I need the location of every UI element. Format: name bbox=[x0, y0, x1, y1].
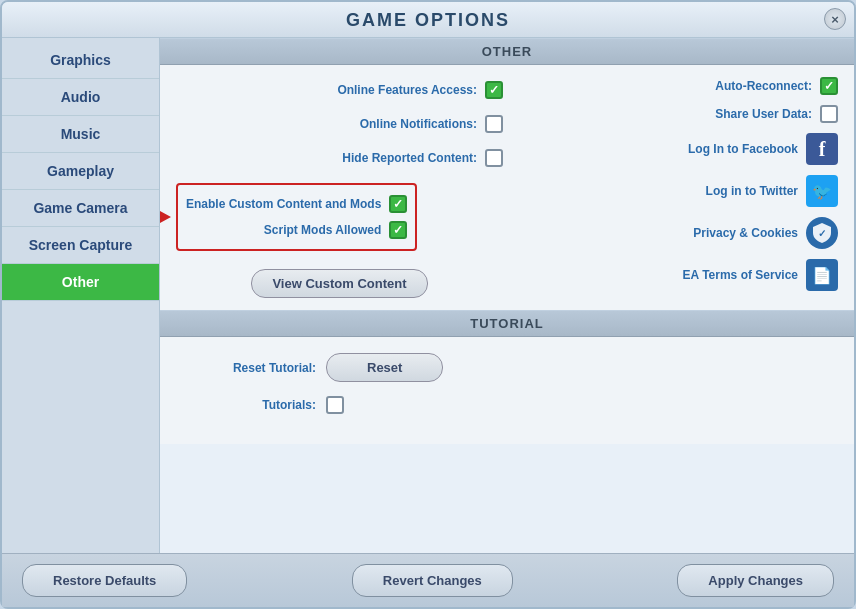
script-mods-row: Script Mods Allowed bbox=[186, 217, 407, 243]
share-user-data-checkbox[interactable] bbox=[820, 105, 838, 123]
twitter-row: Log in to Twitter 🐦 bbox=[511, 175, 838, 207]
tutorials-checkbox[interactable] bbox=[326, 396, 344, 414]
reset-tutorial-label: Reset Tutorial: bbox=[176, 361, 316, 375]
facebook-label: Log In to Facebook bbox=[688, 142, 798, 156]
script-mods-checkbox[interactable] bbox=[389, 221, 407, 239]
left-options: Online Features Access: Online Notificat… bbox=[176, 77, 503, 298]
script-mods-label: Script Mods Allowed bbox=[264, 223, 382, 237]
online-notifications-label: Online Notifications: bbox=[360, 117, 477, 131]
custom-content-highlight: Enable Custom Content and Mods Script Mo… bbox=[176, 183, 417, 251]
facebook-icon[interactable]: f bbox=[806, 133, 838, 165]
revert-changes-button[interactable]: Revert Changes bbox=[352, 564, 513, 597]
highlight-area: Enable Custom Content and Mods Script Mo… bbox=[176, 183, 503, 251]
reset-tutorial-row: Reset Tutorial: Reset bbox=[176, 353, 838, 382]
sidebar-item-game-camera[interactable]: Game Camera bbox=[2, 190, 159, 227]
facebook-row: Log In to Facebook f bbox=[511, 133, 838, 165]
sidebar-item-music[interactable]: Music bbox=[2, 116, 159, 153]
window-title: Game Options bbox=[346, 10, 510, 30]
twitter-icon[interactable]: 🐦 bbox=[806, 175, 838, 207]
sidebar-item-graphics[interactable]: Graphics bbox=[2, 42, 159, 79]
tutorial-header: Tutorial bbox=[160, 310, 854, 337]
tutorial-section: Tutorial Reset Tutorial: Reset Tutorials… bbox=[160, 310, 854, 444]
privacy-cookies-label: Privacy & Cookies bbox=[693, 226, 798, 240]
restore-defaults-button[interactable]: Restore Defaults bbox=[22, 564, 187, 597]
red-arrow-icon bbox=[160, 195, 171, 239]
auto-reconnect-checkbox[interactable] bbox=[820, 77, 838, 95]
right-options: Auto-Reconnect: Share User Data: Log In … bbox=[511, 77, 838, 298]
tutorial-body: Reset Tutorial: Reset Tutorials: bbox=[160, 337, 854, 444]
privacy-cookies-row: Privacy & Cookies ✓ bbox=[511, 217, 838, 249]
hide-reported-row: Hide Reported Content: bbox=[176, 145, 503, 171]
other-section-header: Other bbox=[160, 38, 854, 65]
enable-custom-label: Enable Custom Content and Mods bbox=[186, 197, 381, 211]
other-section-body: Online Features Access: Online Notificat… bbox=[160, 65, 854, 310]
bottom-bar: Restore Defaults Revert Changes Apply Ch… bbox=[2, 553, 854, 607]
online-notifications-checkbox[interactable] bbox=[485, 115, 503, 133]
auto-reconnect-label: Auto-Reconnect: bbox=[715, 79, 812, 93]
auto-reconnect-row: Auto-Reconnect: bbox=[511, 77, 838, 95]
hide-reported-label: Hide Reported Content: bbox=[342, 151, 477, 165]
ea-terms-label: EA Terms of Service bbox=[683, 268, 798, 282]
online-features-checkbox[interactable] bbox=[485, 81, 503, 99]
reset-tutorial-button[interactable]: Reset bbox=[326, 353, 443, 382]
sidebar: Graphics Audio Music Gameplay Game Camer… bbox=[2, 38, 160, 553]
hide-reported-checkbox[interactable] bbox=[485, 149, 503, 167]
sidebar-item-other[interactable]: Other bbox=[2, 264, 159, 301]
apply-changes-button[interactable]: Apply Changes bbox=[677, 564, 834, 597]
online-features-label: Online Features Access: bbox=[337, 83, 477, 97]
sidebar-item-screen-capture[interactable]: Screen Capture bbox=[2, 227, 159, 264]
title-bar: Game Options × bbox=[2, 2, 854, 38]
online-features-row: Online Features Access: bbox=[176, 77, 503, 103]
shield-svg: ✓ bbox=[813, 223, 831, 243]
view-custom-container: View Custom Content bbox=[176, 263, 503, 298]
ea-terms-row: EA Terms of Service 📄 bbox=[511, 259, 838, 291]
svg-text:✓: ✓ bbox=[818, 228, 826, 239]
share-user-data-label: Share User Data: bbox=[715, 107, 812, 121]
sidebar-item-audio[interactable]: Audio bbox=[2, 79, 159, 116]
shield-icon[interactable]: ✓ bbox=[806, 217, 838, 249]
online-notifications-row: Online Notifications: bbox=[176, 111, 503, 137]
close-button[interactable]: × bbox=[824, 8, 846, 30]
enable-custom-row: Enable Custom Content and Mods bbox=[186, 191, 407, 217]
sidebar-item-gameplay[interactable]: Gameplay bbox=[2, 153, 159, 190]
tutorials-row: Tutorials: bbox=[176, 396, 838, 414]
twitter-label: Log in to Twitter bbox=[706, 184, 798, 198]
content-area: Other Online Features Access: Online Not… bbox=[160, 38, 854, 553]
svg-marker-0 bbox=[160, 195, 171, 239]
document-icon[interactable]: 📄 bbox=[806, 259, 838, 291]
share-user-data-row: Share User Data: bbox=[511, 105, 838, 123]
enable-custom-checkbox[interactable] bbox=[389, 195, 407, 213]
view-custom-button[interactable]: View Custom Content bbox=[251, 269, 427, 298]
game-options-window: Game Options × Graphics Audio Music Game… bbox=[0, 0, 856, 609]
main-content: Graphics Audio Music Gameplay Game Camer… bbox=[2, 38, 854, 553]
tutorials-label: Tutorials: bbox=[176, 398, 316, 412]
red-arrow-container bbox=[160, 195, 171, 239]
